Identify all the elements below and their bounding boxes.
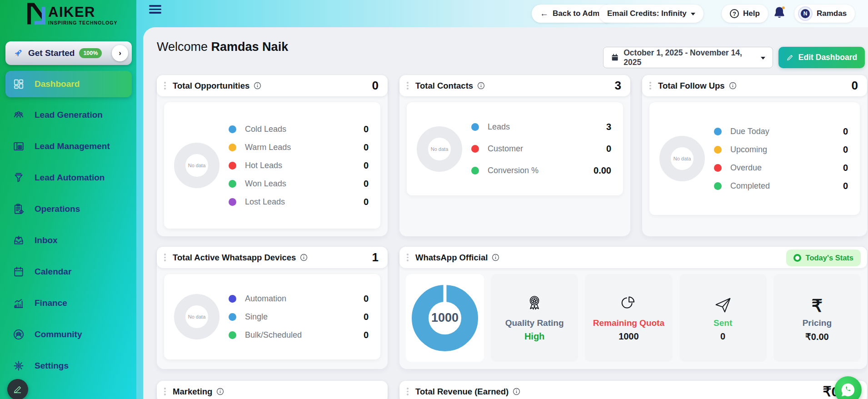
card-total-follow-ups: Total Follow Ups 0 No data Due Today0 Up… (642, 75, 867, 236)
sidebar-item-finance[interactable]: Finance (5, 297, 132, 309)
profile-menu[interactable]: N Ramdas (794, 5, 855, 23)
info-icon[interactable] (729, 82, 737, 90)
drag-handle-icon[interactable] (647, 82, 654, 90)
legend-dot (714, 182, 722, 190)
sidebar-item-dashboard[interactable]: Dashboard (5, 71, 132, 97)
info-icon[interactable] (216, 388, 224, 395)
dashboard-app: AIKER INSPIRING TECHNOLOGY Get Started 1… (0, 0, 868, 399)
avatar: N (798, 6, 813, 21)
legend-item: Bulk/Scheduled0 (229, 329, 369, 340)
sidebar-item-lead-automation[interactable]: Lead Automation (5, 171, 132, 184)
gear-icon (13, 360, 25, 372)
help-button[interactable]: ? Help (722, 5, 768, 23)
edit-dashboard-label: Edit Dashboard (798, 53, 857, 62)
card-total-revenue: Total Revenue (Earned) ₹0.00 (399, 381, 867, 399)
card-whatsapp-official: WhatsApp Official Today's Stats 1000 (399, 247, 867, 369)
chevron-right-icon[interactable]: › (112, 45, 128, 61)
tile-pricing: ₹ Pricing ₹0.00 (773, 274, 861, 362)
legend-item: Single0 (229, 311, 369, 322)
donut-chart: No data (174, 294, 219, 339)
legend-dot (714, 164, 722, 172)
legend-item: Conversion %0.00 (471, 165, 611, 176)
card-marketing: Marketing (157, 381, 388, 399)
inbox-tray-icon (13, 234, 25, 246)
profile-name: Ramdas (817, 9, 847, 18)
help-label: Help (743, 9, 760, 18)
notifications-bell-icon[interactable] (772, 5, 787, 21)
legend-item: Customer0 (471, 144, 611, 155)
email-credits-label: Email Credits: Infinity (607, 9, 687, 18)
hamburger-icon[interactable] (149, 5, 161, 15)
info-icon[interactable] (254, 82, 261, 90)
rocket-icon (13, 48, 24, 59)
donut-chart: No data (659, 136, 705, 181)
edit-dashboard-button[interactable]: Edit Dashboard (778, 47, 865, 68)
sidebar-item-lead-generation[interactable]: Lead Generation (5, 109, 132, 121)
info-icon[interactable] (513, 388, 520, 395)
date-range-picker[interactable]: October 1, 2025 - November 14, 2025 (603, 47, 773, 68)
funnel-icon (13, 172, 25, 184)
legend-item: Won Leads0 (229, 178, 369, 189)
sidebar-item-lead-management[interactable]: Lead Management (5, 140, 132, 153)
page-title: Welcome Ramdas Naik (157, 40, 288, 54)
drag-handle-icon[interactable] (404, 388, 411, 395)
welcome-prefix: Welcome (157, 40, 208, 54)
drag-handle-icon[interactable] (404, 254, 411, 261)
sidebar-item-calendar[interactable]: Calendar (5, 265, 132, 278)
legend-dot (471, 123, 479, 131)
legend-dot (229, 162, 236, 170)
drag-handle-icon[interactable] (404, 82, 411, 90)
legend-dot (471, 167, 479, 175)
legend-item: Cold Leads0 (229, 124, 369, 135)
card-total-value: 0 (372, 79, 379, 93)
legend-dot (229, 144, 236, 151)
sidebar-item-operations[interactable]: Operations (5, 203, 132, 215)
legend-dot (229, 180, 236, 188)
brand-tagline: INSPIRING TECHNOLOGY (48, 20, 118, 25)
legend-item: Lost Leads0 (229, 196, 369, 207)
legend-item: Overdue0 (714, 162, 848, 173)
todays-stats-badge: Today's Stats (786, 249, 861, 266)
sidebar-item-settings[interactable]: Settings (5, 359, 132, 372)
legend-dot (229, 331, 236, 339)
card-total-value: 3 (615, 79, 621, 93)
legend-item: Due Today0 (714, 126, 848, 137)
dashboard-icon (13, 78, 25, 90)
card-total-opportunities: Total Opportunities 0 No data Cold Leads… (157, 75, 388, 236)
get-started-button[interactable]: Get Started 100% › (5, 41, 132, 65)
legend-dot (229, 313, 236, 321)
email-credits-dropdown[interactable]: Email Credits: Infinity (599, 5, 703, 23)
pencil-icon (13, 384, 23, 394)
sidebar-item-community[interactable]: Community (5, 328, 132, 341)
main-content: Welcome Ramdas Naik October 1, 2025 - No… (143, 27, 868, 399)
legend-item: Leads3 (471, 122, 611, 133)
welcome-user-name: Ramdas Naik (211, 40, 289, 54)
rupee-icon: ₹ (812, 294, 823, 315)
legend-dot (714, 146, 722, 154)
id-card-icon (13, 140, 25, 152)
donut-chart: No data (417, 126, 462, 172)
legend-item: Upcoming0 (714, 144, 848, 155)
info-icon[interactable] (477, 82, 485, 90)
tile-quality-rating: Quality Rating High (491, 274, 578, 362)
drag-handle-icon[interactable] (161, 82, 169, 90)
card-total-value: 1 (372, 250, 379, 264)
date-range-value: October 1, 2025 - November 14, 2025 (624, 48, 756, 67)
arrow-left-icon: ← (540, 9, 549, 19)
legend-dot (229, 198, 236, 206)
community-icon (13, 329, 25, 340)
legend-dot (229, 125, 236, 133)
quota-donut-panel: 1000 (406, 274, 484, 362)
brand-name: AIKER (48, 5, 118, 19)
caret-down-icon (691, 13, 695, 15)
info-icon[interactable] (492, 254, 499, 261)
drag-handle-icon[interactable] (161, 254, 169, 261)
caret-down-icon (761, 57, 765, 60)
quick-edit-fab[interactable] (7, 379, 28, 399)
info-icon[interactable] (300, 254, 308, 261)
sidebar-item-inbox[interactable]: Inbox (5, 234, 132, 247)
medal-icon (525, 294, 544, 315)
legend-item: Automation0 (229, 293, 369, 304)
drag-handle-icon[interactable] (161, 388, 169, 395)
paper-plane-icon (713, 294, 733, 315)
